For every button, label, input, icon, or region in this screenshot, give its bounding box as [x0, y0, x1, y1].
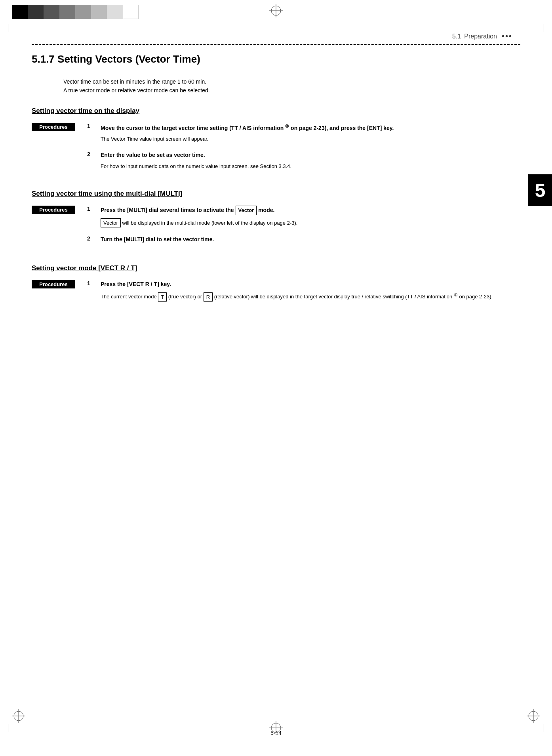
swatch-4 [59, 5, 75, 19]
section1-heading: Setting vector time on the display [32, 107, 520, 115]
t-box: T [158, 292, 167, 302]
section1-step2: 2 Enter the value to be set as vector ti… [87, 151, 520, 173]
s2-step2-content: Turn the [MULTI] dial to set the vector … [101, 235, 520, 247]
section2-heading: Setting vector time using the multi-dial… [32, 190, 520, 198]
section1: Setting vector time on the display Proce… [32, 107, 520, 178]
swatch-8 [123, 5, 139, 19]
section1-steps: 1 Move the cursor to the target vector t… [87, 123, 520, 178]
section3-steps: 1 Press the [VECT R / T] key. The curren… [87, 280, 520, 309]
step2-number: 2 [87, 151, 97, 157]
step1-content: Move the cursor to the target vector tim… [101, 123, 520, 145]
step2-note: For how to input numeric data on the num… [101, 162, 520, 170]
vector-box-2: Vector [101, 218, 121, 228]
swatch-2 [28, 5, 44, 19]
section3-step1: 1 Press the [VECT R / T] key. The curren… [87, 280, 520, 304]
vector-box-1: Vector [236, 206, 257, 215]
section3: Setting vector mode [VECT R / T] Procedu… [32, 264, 520, 309]
color-swatches [12, 5, 139, 19]
s2-step1-number: 1 [87, 206, 97, 212]
section2: Setting vector time using the multi-dial… [32, 190, 520, 252]
swatch-3 [44, 5, 59, 19]
section2-procedure-block: Procedures 1 Press the [MULTI] dial seve… [32, 206, 520, 252]
intro-text: Vector time can be set in minutes in the… [63, 77, 520, 95]
page-number: 5-14 [270, 730, 282, 748]
step1-note: The Vector Time value input screen will … [101, 135, 520, 143]
s3-step1-content: Press the [VECT R / T] key. The current … [101, 280, 520, 304]
dashed-line [32, 44, 520, 45]
intro-line1: Vector time can be set in minutes in the… [63, 77, 520, 86]
s2-step2-title: Turn the [MULTI] dial to set the vector … [101, 235, 520, 244]
section1-procedures-badge: Procedures [32, 123, 75, 131]
step2-title: Enter the value to be set as vector time… [101, 151, 520, 159]
s3-step1-number: 1 [87, 280, 97, 286]
intro-line2: A true vector mode or relative vector mo… [63, 86, 520, 95]
s2-step1-note: Vector will be displayed in the multi-di… [101, 218, 520, 228]
page-container: 5.1 Preparation ••• 5.1.7 Setting Vector… [0, 0, 552, 756]
header-section: 5.1 Preparation ••• [32, 32, 520, 41]
section2-step2: 2 Turn the [MULTI] dial to set the vecto… [87, 235, 520, 247]
crosshair-bottom-right [527, 709, 540, 724]
step1-number: 1 [87, 123, 97, 129]
swatch-5 [75, 5, 91, 19]
swatch-1 [12, 5, 28, 19]
step1-title: Move the cursor to the target vector tim… [101, 123, 520, 132]
s2-step1-content: Press the [MULTI] dial several times to … [101, 206, 520, 230]
section1-procedure-block: Procedures 1 Move the cursor to the targ… [32, 123, 520, 178]
dots-icon: ••• [502, 32, 512, 41]
section2-step1: 1 Press the [MULTI] dial several times t… [87, 206, 520, 230]
section1-step1: 1 Move the cursor to the target vector t… [87, 123, 520, 145]
chapter-title: 5.1.7 Setting Vectors (Vector Time) [32, 53, 520, 65]
chapter-tab: 5 [528, 174, 552, 206]
swatch-7 [107, 5, 123, 19]
section3-procedure-block: Procedures 1 Press the [VECT R / T] key.… [32, 280, 520, 309]
step2-content: Enter the value to be set as vector time… [101, 151, 520, 173]
s2-step1-title: Press the [MULTI] dial several times to … [101, 206, 520, 215]
section-number: 5.1 [452, 33, 461, 40]
top-bar [0, 0, 552, 24]
section-name: Preparation [464, 33, 497, 40]
s2-step2-number: 2 [87, 235, 97, 242]
section3-procedures-badge: Procedures [32, 280, 75, 288]
chapter-tab-number: 5 [535, 179, 546, 201]
s3-step1-title: Press the [VECT R / T] key. [101, 280, 520, 288]
s3-step1-note: The current vector mode T (true vector) … [101, 292, 520, 302]
crosshair-bottom-left [12, 709, 25, 724]
section3-heading: Setting vector mode [VECT R / T] [32, 264, 520, 272]
main-content: 5.1 Preparation ••• 5.1.7 Setting Vector… [0, 24, 552, 756]
section2-steps: 1 Press the [MULTI] dial several times t… [87, 206, 520, 252]
crosshair-top [269, 4, 283, 19]
swatch-6 [91, 5, 107, 19]
section2-procedures-badge: Procedures [32, 206, 75, 214]
r-box: R [204, 292, 213, 302]
